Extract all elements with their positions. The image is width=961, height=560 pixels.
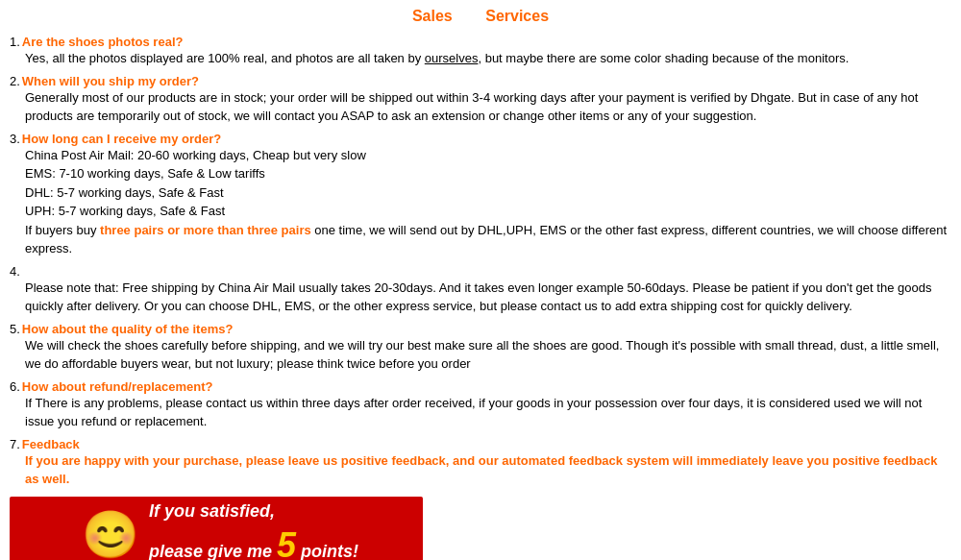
points-word: points! xyxy=(301,542,358,560)
faq-num-5: 5. xyxy=(10,322,20,336)
page-header: Sales Services xyxy=(10,8,951,25)
banner-line-1: If you satisfied, xyxy=(149,500,358,523)
faq-question-6: How about refund/replacement? xyxy=(22,379,213,394)
sale-low-tariffs: Safe & Low tariffs xyxy=(167,166,265,181)
faq-item-1: 1. Are the shoes photos real? Yes, all t… xyxy=(10,35,951,68)
faq-answer-3: China Post Air Mail: 20-60 working days,… xyxy=(10,146,951,258)
shipping-line-4: UPH: 5-7 working days, Safe & Fast xyxy=(25,202,951,221)
underline-ourselves: ourselves xyxy=(425,51,479,65)
faq-answer-2: Generally most of our products are in st… xyxy=(10,88,951,126)
faq-num-1: 1. xyxy=(10,35,20,49)
faq-answer-5: We will check the shoes carefully before… xyxy=(10,336,951,374)
shipping-line-2: EMS: 7-10 working days, Safe & Low tarif… xyxy=(25,164,951,183)
services-tab[interactable]: Services xyxy=(485,8,549,24)
page-wrapper: Sales Services 1. Are the shoes photos r… xyxy=(0,0,961,560)
faq-question-5: How about the quality of the items? xyxy=(22,322,234,336)
feedback-label: Feedback xyxy=(22,437,80,451)
faq-item-3: 3. How long can I receive my order? Chin… xyxy=(10,132,951,258)
faq-answer-1: Yes, all the photos displayed are 100% r… xyxy=(10,49,951,68)
faq-num-4: 4. xyxy=(10,264,20,279)
immediately-word: immediately xyxy=(697,453,769,468)
faq-num-6: 6. xyxy=(10,379,20,394)
faq-question-3: How long can I receive my order? xyxy=(22,132,221,146)
feedback-section: 7. Feedback If you are happy with your p… xyxy=(10,437,951,489)
faq-question-2: When will you ship my order? xyxy=(22,74,199,88)
satisfaction-banner: 😊 If you satisfied, please give me 5 poi… xyxy=(10,497,423,561)
faq-answer-4: Please note that: Free shipping by China… xyxy=(10,279,951,316)
sales-tab[interactable]: Sales xyxy=(412,8,453,24)
shipping-line-1: China Post Air Mail: 20-60 working days,… xyxy=(25,146,951,165)
smiley-icon: 😊 xyxy=(82,508,139,561)
faq-num-2: 2. xyxy=(10,74,20,88)
points-number: 5 xyxy=(277,525,296,560)
feedback-answer: If you are happy with your purchase, ple… xyxy=(10,451,951,489)
banner-text: If you satisfied, please give me 5 point… xyxy=(149,500,358,560)
faq-answer-6: If There is any problems, please contact… xyxy=(10,394,951,431)
faq-item-5: 5. How about the quality of the items? W… xyxy=(10,322,951,374)
three-pairs-highlight: three pairs or more than three pairs xyxy=(100,223,311,237)
faq-num-3: 3. xyxy=(10,132,20,146)
faq-question-1: Are the shoes photos real? xyxy=(22,35,184,49)
faq-item-2: 2. When will you ship my order? Generall… xyxy=(10,74,951,126)
faq-item-4: 4. Please note that: Free shipping by Ch… xyxy=(10,264,951,316)
banner-line-2: please give me 5 points! xyxy=(149,523,358,560)
shipping-line-5: If buyers buy three pairs or more than t… xyxy=(25,221,951,258)
feedback-num: 7. xyxy=(10,437,20,451)
faq-list: 1. Are the shoes photos real? Yes, all t… xyxy=(10,35,951,431)
shipping-line-3: DHL: 5-7 working days, Safe & Fast xyxy=(25,183,951,203)
faq-item-6: 6. How about refund/replacement? If Ther… xyxy=(10,379,951,431)
content-area: 1. Are the shoes photos real? Yes, all t… xyxy=(10,35,951,560)
feedback-word: feedback xyxy=(391,453,445,468)
